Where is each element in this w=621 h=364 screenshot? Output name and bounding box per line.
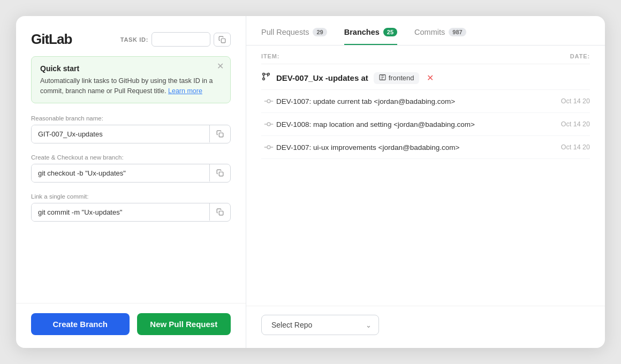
- commit-value: git commit -m "Ux-updates": [32, 203, 209, 221]
- task-id-group: TASK ID:: [120, 32, 231, 47]
- commit-copy-button[interactable]: [209, 203, 230, 221]
- main-card: GitLab TASK ID: Quick start Automaticall…: [16, 16, 605, 348]
- commit-label: Link a single commit:: [31, 193, 231, 200]
- new-pull-request-button[interactable]: New Pull Request: [137, 313, 231, 335]
- tab-branches-label: Branches: [344, 28, 380, 36]
- commit-date-2: Oct 14 20: [552, 120, 590, 128]
- repo-name: frontend: [389, 74, 414, 82]
- left-body: Quick start Automatically link tasks to …: [16, 56, 246, 303]
- branch-row: DEV-007_Ux -updates at frontend ✕: [261, 64, 590, 90]
- svg-rect-1: [219, 133, 223, 137]
- svg-rect-2: [219, 172, 223, 176]
- left-panel: GitLab TASK ID: Quick start Automaticall…: [16, 16, 246, 348]
- tab-commits-badge: 987: [449, 28, 466, 36]
- branch-name-label: Reasonable branch name:: [31, 115, 231, 122]
- task-id-copy-button[interactable]: [214, 33, 231, 47]
- commit-text-2: DEV-1008: map location and setting <jord…: [276, 120, 552, 128]
- commit-row: git commit -m "Ux-updates": [31, 203, 231, 222]
- quick-start-title: Quick start: [40, 64, 222, 73]
- checkout-value: git checkout -b "Ux-updates": [32, 164, 209, 182]
- commit-field-group: Link a single commit: git commit -m "Ux-…: [31, 193, 231, 222]
- commit-item: DEV-1007: update current tab <jordan@bad…: [261, 90, 590, 113]
- checkout-field-group: Create & Checkout a new branch: git chec…: [31, 154, 231, 183]
- quick-start-box: Quick start Automatically link tasks to …: [31, 56, 231, 103]
- commit-date-3: Oct 14 20: [552, 143, 590, 151]
- commit-list: DEV-1007: update current tab <jordan@bad…: [261, 90, 590, 159]
- commit-icon-2: [261, 119, 276, 129]
- repo-badge: frontend: [374, 72, 420, 84]
- right-footer: Select Repo frontend backend monorepo ⌄: [246, 306, 605, 348]
- commit-item: DEV-1007: ui-ux improvements <jordan@bad…: [261, 136, 590, 159]
- branch-name: DEV-007_Ux -updates at: [276, 73, 368, 82]
- checkout-copy-button[interactable]: [209, 164, 230, 181]
- select-repo-wrapper: Select Repo frontend backend monorepo ⌄: [261, 315, 379, 335]
- task-id-input[interactable]: [152, 32, 210, 47]
- svg-point-8: [267, 100, 270, 103]
- svg-point-11: [267, 123, 270, 126]
- tab-commits[interactable]: Commits 987: [414, 28, 466, 45]
- item-col-label: ITEM:: [261, 53, 279, 59]
- task-id-label: TASK ID:: [120, 36, 148, 43]
- tab-pull-requests-badge: 29: [313, 28, 327, 36]
- repo-icon: [379, 74, 386, 82]
- branch-name-copy-button[interactable]: [209, 125, 230, 142]
- tab-pull-requests[interactable]: Pull Requests 29: [261, 28, 327, 45]
- branch-icon: [261, 72, 271, 84]
- svg-rect-0: [221, 39, 225, 43]
- tab-pull-requests-label: Pull Requests: [261, 28, 309, 36]
- svg-point-4: [263, 73, 265, 75]
- tab-commits-label: Commits: [414, 28, 445, 36]
- right-body: ITEM: DATE: DEV-007_Ux -updates at front…: [246, 46, 605, 306]
- tabs-bar: Pull Requests 29 Branches 25 Commits 987: [246, 16, 605, 46]
- learn-more-link[interactable]: Learn more: [168, 87, 202, 95]
- commit-icon-1: [261, 96, 276, 106]
- gitlab-logo: GitLab: [31, 31, 72, 48]
- select-repo[interactable]: Select Repo frontend backend monorepo: [261, 315, 379, 335]
- checkout-label: Create & Checkout a new branch:: [31, 154, 231, 161]
- checkout-row: git checkout -b "Ux-updates": [31, 164, 231, 183]
- commit-text-1: DEV-1007: update current tab <jordan@bad…: [276, 97, 552, 105]
- branch-name-field-group: Reasonable branch name: GIT-007_Ux-updat…: [31, 115, 231, 143]
- tab-branches-badge: 25: [383, 28, 397, 36]
- left-header: GitLab TASK ID:: [16, 16, 246, 56]
- commit-icon-3: [261, 142, 276, 152]
- quick-start-body: Automatically link tasks to GitHub by us…: [40, 76, 222, 96]
- branch-name-row: GIT-007_Ux-updates: [31, 125, 231, 143]
- close-quick-start-button[interactable]: ✕: [217, 62, 224, 71]
- svg-point-14: [267, 146, 270, 149]
- right-panel: Pull Requests 29 Branches 25 Commits 987…: [246, 16, 605, 348]
- svg-point-6: [263, 78, 265, 80]
- left-footer: Create Branch New Pull Request: [16, 303, 246, 348]
- svg-rect-3: [219, 211, 223, 215]
- date-col-label: DATE:: [570, 53, 590, 59]
- branch-close-button[interactable]: ✕: [427, 73, 434, 83]
- tab-branches[interactable]: Branches 25: [344, 28, 397, 45]
- branch-name-value: GIT-007_Ux-updates: [32, 125, 209, 143]
- commit-item: DEV-1008: map location and setting <jord…: [261, 113, 590, 136]
- create-branch-button[interactable]: Create Branch: [31, 313, 130, 335]
- commit-text-3: DEV-1007: ui-ux improvements <jordan@bad…: [276, 143, 552, 151]
- commit-date-1: Oct 14 20: [552, 97, 590, 105]
- item-header: ITEM: DATE:: [261, 46, 590, 64]
